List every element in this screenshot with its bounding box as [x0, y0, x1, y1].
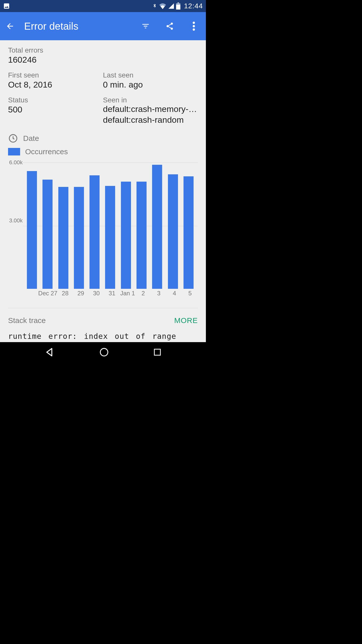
seen-in-value-1: default:crash-random — [103, 115, 198, 125]
bar-7 — [134, 163, 149, 289]
nav-home-button[interactable] — [99, 347, 109, 357]
svg-point-7 — [100, 348, 108, 356]
bar-0 — [24, 163, 40, 289]
bar-9 — [165, 163, 180, 289]
x-label-4: 30 — [88, 290, 104, 299]
x-label-0 — [23, 290, 38, 299]
x-label-6: Jan 1 — [120, 290, 135, 299]
x-label-9: 4 — [167, 290, 182, 299]
clock-icon — [8, 133, 18, 143]
x-label-1: Dec 27 — [38, 290, 57, 299]
battery-icon — [176, 3, 180, 10]
status-value: 500 — [8, 105, 103, 114]
svg-point-3 — [193, 22, 195, 24]
seen-in-value-0: default:crash-memory-access-runtime — [103, 104, 198, 114]
bar-fill-5 — [105, 186, 115, 289]
svg-rect-8 — [154, 349, 160, 355]
more-button[interactable] — [188, 20, 200, 32]
system-nav-bar — [0, 342, 206, 362]
bar-8 — [149, 163, 165, 289]
svg-rect-2 — [177, 3, 179, 3]
divider — [8, 308, 198, 308]
legend-swatch — [8, 148, 20, 155]
total-errors-value: 160246 — [8, 55, 198, 65]
x-label-3: 29 — [73, 290, 88, 299]
svg-rect-1 — [176, 5, 180, 10]
x-label-7: 2 — [135, 290, 151, 299]
bar-fill-2 — [58, 187, 68, 289]
x-label-10: 5 — [182, 290, 198, 299]
status-clock: 12:44 — [184, 2, 203, 10]
back-button[interactable] — [4, 20, 16, 32]
app-bar: Error details — [0, 12, 206, 40]
bar-fill-4 — [89, 175, 100, 289]
picture-icon — [3, 3, 10, 10]
nav-recent-button[interactable] — [153, 348, 162, 357]
bar-5 — [102, 163, 118, 289]
share-button[interactable] — [164, 20, 176, 32]
stack-trace-body: runtime error: index out of range — [8, 332, 198, 341]
page-title: Error details — [24, 21, 78, 32]
last-seen-block: Last seen 0 min. ago — [103, 71, 198, 90]
last-seen-label: Last seen — [103, 71, 198, 79]
seen-in-block: Seen in default:crash-memory-access-runt… — [103, 96, 198, 125]
share-icon — [165, 22, 174, 30]
seen-in-label: Seen in — [103, 96, 198, 104]
first-seen-label: First seen — [8, 71, 103, 79]
y-tick-6k: 6.00k — [9, 159, 23, 166]
svg-point-5 — [193, 28, 195, 31]
svg-point-4 — [193, 25, 195, 27]
content: Total errors 160246 First seen Oct 8, 20… — [0, 40, 206, 342]
bar-2 — [56, 163, 71, 289]
bluetooth-icon — [152, 3, 157, 10]
total-errors-block: Total errors 160246 — [8, 46, 198, 65]
x-label-2: 28 — [57, 290, 73, 299]
more-vert-icon — [193, 22, 195, 31]
last-seen-value: 0 min. ago — [103, 80, 198, 90]
bar-fill-1 — [42, 180, 53, 289]
x-label-8: 3 — [151, 290, 167, 299]
bar-fill-8 — [152, 165, 162, 289]
filter-button[interactable] — [140, 20, 152, 32]
stack-trace-header: Stack trace MORE — [8, 316, 198, 325]
occurrences-chart[interactable]: 6.00k 3.00k Dec 2728293031Jan 12345 — [8, 158, 198, 299]
bar-fill-9 — [168, 174, 178, 289]
bar-10 — [181, 163, 196, 289]
cell-signal-icon — [168, 3, 174, 9]
arrow-back-icon — [6, 22, 15, 31]
bar-fill-6 — [121, 182, 131, 289]
status-bar: 12:44 — [0, 0, 206, 12]
chart-plot-area — [23, 163, 198, 289]
filter-list-icon — [141, 22, 150, 30]
bar-fill-7 — [137, 182, 147, 289]
y-tick-3k: 3.00k — [9, 217, 23, 224]
first-seen-block: First seen Oct 8, 2016 — [8, 71, 103, 90]
bar-4 — [87, 163, 102, 289]
wifi-icon — [159, 3, 166, 9]
bar-fill-0 — [27, 171, 37, 289]
nav-back-button[interactable] — [44, 347, 55, 358]
bar-fill-3 — [74, 187, 84, 289]
circle-home-icon — [99, 347, 109, 357]
stack-trace-more-button[interactable]: MORE — [174, 316, 198, 325]
chart-date-label: Date — [23, 134, 39, 143]
chart-header: Date Occurrences — [8, 133, 198, 156]
chart-legend-label: Occurrences — [25, 147, 68, 156]
total-errors-label: Total errors — [8, 46, 198, 54]
bar-3 — [71, 163, 87, 289]
status-label: Status — [8, 96, 103, 104]
bar-1 — [40, 163, 55, 289]
bar-6 — [118, 163, 134, 289]
stack-trace-title: Stack trace — [8, 316, 46, 325]
x-label-5: 31 — [104, 290, 120, 299]
first-seen-value: Oct 8, 2016 — [8, 80, 103, 90]
status-block: Status 500 — [8, 96, 103, 125]
triangle-back-icon — [44, 347, 55, 358]
square-recent-icon — [153, 348, 162, 357]
bar-fill-10 — [184, 176, 194, 289]
